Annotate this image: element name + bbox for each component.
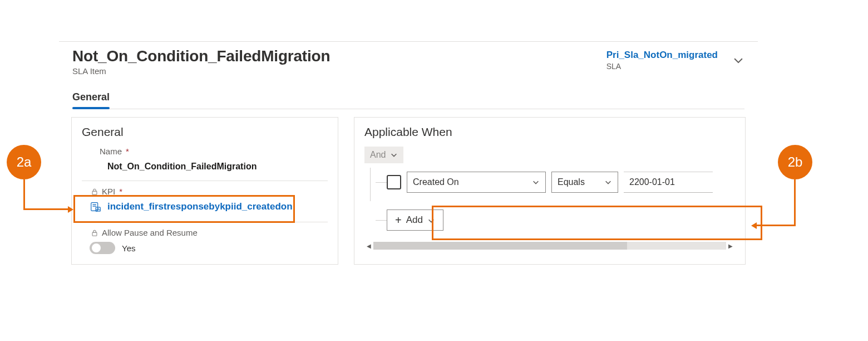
tab-bar: General [72, 88, 744, 109]
kpi-label: KPI* [82, 187, 328, 196]
required-mark: * [119, 187, 122, 196]
callout-2b-arrow [751, 222, 757, 229]
name-label-text: Name [100, 147, 122, 156]
allow-pause-toggle[interactable] [90, 242, 115, 254]
chevron-down-icon [532, 178, 540, 186]
kpi-icon [90, 201, 102, 213]
callout-2a-line-h [23, 208, 68, 210]
general-section: General Name* Not_On_Condition_FailedMig… [71, 117, 338, 265]
applicable-when-title: Applicable When [364, 125, 735, 139]
general-section-title: General [82, 125, 328, 139]
condition-checkbox[interactable] [387, 175, 401, 189]
add-label: Add [406, 215, 423, 226]
add-condition-row: + Add [387, 208, 735, 232]
callout-2b-line-h [757, 225, 796, 226]
add-condition-button[interactable]: + Add [387, 210, 443, 231]
columns: General Name* Not_On_Condition_FailedMig… [71, 117, 746, 265]
required-mark: * [126, 147, 129, 156]
applicable-when-section: Applicable When And Created On [354, 117, 746, 265]
kpi-row[interactable]: incident_firstresponsebykpiid_createdon [82, 196, 328, 220]
header: Not_On_Condition_FailedMigration SLA Ite… [59, 42, 758, 76]
allow-pause-label-text: Allow Pause and Resume [102, 228, 198, 237]
allow-pause-value: Yes [122, 243, 135, 253]
allow-pause-label: Allow Pause and Resume [82, 228, 328, 237]
kpi-value: incident_firstresponsebykpiid_createdon [107, 201, 293, 212]
scroll-thumb[interactable] [373, 242, 627, 250]
callout-2a-arrow [68, 206, 73, 213]
callout-2a-label: 2a [17, 154, 32, 170]
condition-operator-value: Equals [558, 177, 585, 187]
tab-general-label: General [72, 91, 110, 103]
horizontal-scrollbar[interactable]: ◀ ▶ [364, 241, 735, 250]
related-record[interactable]: Pri_Sla_NotOn_migrated SLA [606, 47, 744, 71]
chevron-down-icon [390, 151, 398, 159]
condition-operator-dropdown[interactable]: Equals [551, 172, 618, 193]
name-field: Name* Not_On_Condition_FailedMigration [82, 147, 328, 178]
title-block: Not_On_Condition_FailedMigration SLA Ite… [72, 47, 330, 76]
kpi-label-text: KPI [102, 187, 115, 196]
group-operator[interactable]: And [364, 147, 403, 163]
tree-line [370, 168, 371, 201]
callout-2b-label: 2b [788, 154, 803, 170]
callout-2b-line-v [794, 179, 796, 226]
scroll-track[interactable] [373, 242, 726, 250]
page-container: Not_On_Condition_FailedMigration SLA Ite… [59, 41, 758, 341]
page-title: Not_On_Condition_FailedMigration [72, 47, 330, 65]
allow-pause-row: Yes [82, 237, 328, 254]
related-name: Pri_Sla_NotOn_migrated [606, 50, 718, 61]
condition-value-input[interactable] [624, 172, 713, 193]
scroll-left-arrow-icon[interactable]: ◀ [364, 241, 373, 250]
condition-row: Created On Equals [387, 170, 735, 194]
condition-tree: Created On Equals [364, 170, 735, 232]
svg-rect-3 [92, 232, 97, 236]
name-value[interactable]: Not_On_Condition_FailedMigration [100, 156, 328, 178]
group-operator-label: And [370, 150, 386, 160]
name-label: Name* [100, 147, 328, 156]
divider [82, 222, 328, 222]
callout-2b: 2b [778, 145, 812, 179]
scroll-right-arrow-icon[interactable]: ▶ [726, 241, 735, 250]
callout-2a: 2a [7, 145, 41, 179]
divider [82, 181, 328, 181]
lock-icon [91, 188, 98, 196]
condition-field-value: Created On [413, 177, 459, 187]
plus-icon: + [395, 215, 402, 226]
tab-general[interactable]: General [72, 88, 110, 109]
callout-2a-line-v [23, 179, 25, 210]
chevron-down-icon [427, 216, 435, 224]
svg-rect-0 [92, 191, 97, 194]
chevron-down-icon [604, 178, 612, 186]
condition-field-dropdown[interactable]: Created On [407, 172, 546, 193]
chevron-down-icon [732, 54, 744, 66]
lock-icon [91, 229, 98, 237]
entity-type: SLA Item [72, 66, 330, 76]
related-label: SLA [606, 62, 718, 71]
